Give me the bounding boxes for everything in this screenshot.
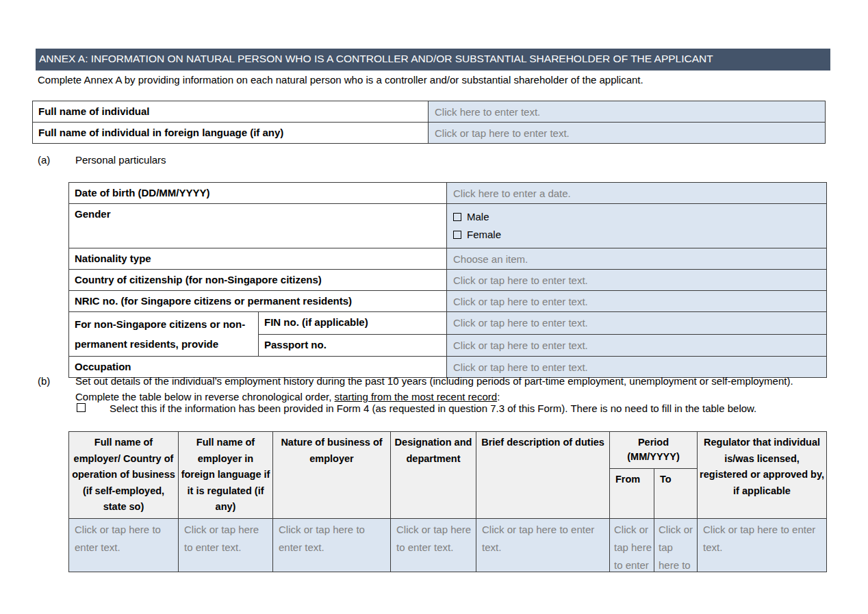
table-row: Nationality type Choose an item. [69, 248, 827, 270]
checkbox-icon[interactable] [453, 231, 461, 239]
table-row: For non-Singapore citizens or non-perman… [69, 312, 827, 335]
passport-field[interactable]: Click or tap here to enter text. [447, 334, 827, 357]
nationality-label: Nationality type [69, 248, 447, 270]
employment-history-table: Full name of employer/ Country of operat… [68, 431, 827, 572]
emp-designation-field[interactable]: Click or tap here to enter text. [391, 518, 476, 572]
table-row: Full name of individual in foreign langu… [33, 123, 826, 144]
table-row: Gender Male Female [69, 204, 827, 248]
emp-employer-field[interactable]: Click or tap here to enter text. [69, 518, 179, 572]
underlined-phrase: starting from the most recent record [335, 391, 498, 402]
dob-field[interactable]: Click here to enter a date. [447, 183, 827, 204]
fin-label: FIN no. (if applicable) [259, 312, 447, 335]
section-a-title: Personal particulars [75, 154, 166, 166]
table-header-row: Full name of employer/ Country of operat… [69, 432, 827, 469]
table-row: Country of citizenship (for non-Singapor… [69, 270, 827, 291]
table-row: Full name of individual Click here to en… [33, 101, 826, 123]
personal-particulars-table: Date of birth (DD/MM/YYYY) Click here to… [68, 182, 827, 378]
col-from-header: From [610, 468, 654, 518]
checkbox-icon[interactable] [453, 213, 461, 221]
section-b-text: Set out details of the individual’s empl… [75, 373, 828, 405]
emp-regulator-field[interactable]: Click or tap here to enter text. [698, 518, 827, 572]
gender-male-label: Male [467, 211, 489, 222]
name-table: Full name of individual Click here to en… [32, 101, 826, 144]
nric-field[interactable]: Click or tap here to enter text. [447, 291, 827, 312]
table-row: Date of birth (DD/MM/YYYY) Click here to… [69, 183, 827, 204]
table-row: Click or tap here to enter text. Click o… [69, 518, 827, 572]
emp-employer-foreign-field[interactable]: Click or tap here to enter text. [179, 518, 273, 572]
col-to-header: To [654, 468, 698, 518]
fin-field[interactable]: Click or tap here to enter text. [447, 312, 827, 335]
col-duties-header: Brief description of duties [476, 432, 610, 519]
emp-to-field[interactable]: Click or tap here to enter text. [654, 518, 698, 572]
emp-duties-field[interactable]: Click or tap here to enter text. [476, 518, 610, 572]
foreign-group-label: For non-Singapore citizens or non-perman… [69, 312, 259, 357]
emp-from-field[interactable]: Click or tap here to enter text. [610, 518, 654, 572]
dob-label: Date of birth (DD/MM/YYYY) [69, 183, 447, 204]
col-designation-header: Designation and department [391, 432, 476, 519]
form4-checkbox-label: Select this if the information has been … [110, 402, 756, 415]
document-page: ANNEX A: INFORMATION ON NATURAL PERSON W… [0, 0, 868, 614]
full-name-label: Full name of individual [33, 101, 429, 123]
gender-label: Gender [69, 204, 447, 248]
col-period-header: Period (MM/YYYY) [610, 432, 698, 469]
emp-nature-field[interactable]: Click or tap here to enter text. [273, 518, 391, 572]
form4-checkbox-row[interactable]: Select this if the information has been … [77, 402, 756, 415]
gender-option-male[interactable]: Male [453, 208, 820, 226]
citizenship-field[interactable]: Click or tap here to enter text. [447, 270, 827, 291]
section-b-instruction: (b)Set out details of the individual’s e… [38, 373, 835, 405]
col-employer-header: Full name of employer/ Country of operat… [69, 432, 179, 519]
section-b-marker: (b) [38, 373, 75, 389]
foreign-name-field[interactable]: Click or tap here to enter text. [429, 123, 826, 144]
section-a-heading: (a)Personal particulars [38, 154, 166, 166]
gender-female-label: Female [467, 229, 501, 240]
passport-label: Passport no. [259, 334, 447, 357]
table-row: NRIC no. (for Singapore citizens or perm… [69, 291, 827, 312]
nric-label: NRIC no. (for Singapore citizens or perm… [69, 291, 447, 312]
col-regulator-header: Regulator that individual is/was license… [698, 432, 827, 519]
intro-text: Complete Annex A by providing informatio… [38, 74, 643, 86]
col-employer-foreign-header: Full name of employer in foreign languag… [179, 432, 273, 519]
citizenship-label: Country of citizenship (for non-Singapor… [69, 270, 447, 291]
checkbox-icon[interactable] [77, 403, 86, 412]
section-a-marker: (a) [38, 154, 75, 166]
full-name-field[interactable]: Click here to enter text. [429, 101, 826, 123]
nationality-dropdown[interactable]: Choose an item. [447, 248, 827, 270]
gender-options-cell: Male Female [447, 204, 827, 248]
foreign-name-label: Full name of individual in foreign langu… [33, 123, 429, 144]
annex-title-bar: ANNEX A: INFORMATION ON NATURAL PERSON W… [36, 49, 830, 71]
col-nature-header: Nature of business of employer [273, 432, 391, 519]
gender-option-female[interactable]: Female [453, 226, 820, 244]
